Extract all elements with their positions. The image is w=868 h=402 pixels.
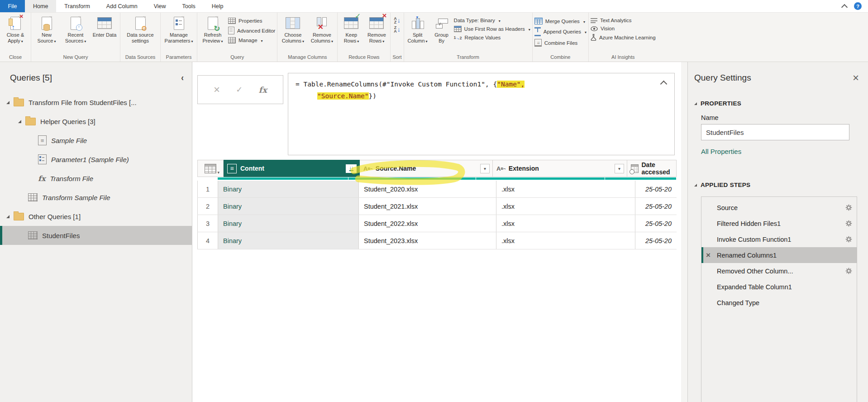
tab-file[interactable]: File	[0, 0, 25, 12]
query-name-input[interactable]	[701, 124, 849, 140]
step-removed-other-columns[interactable]: Removed Other Column...	[701, 263, 857, 279]
step-renamed-columns1[interactable]: × Renamed Columns1	[701, 247, 857, 263]
filter-dropdown-icon[interactable]	[615, 164, 624, 173]
cell-extension[interactable]: .xlsx	[496, 181, 635, 197]
remove-columns-button[interactable]: × Remove Columns	[308, 14, 335, 44]
delete-step-icon[interactable]: ×	[706, 251, 711, 260]
refresh-preview-button[interactable]: ↻ Refresh Preview	[199, 14, 226, 44]
new-source-button[interactable]: New Source	[33, 14, 60, 44]
tab-add-column[interactable]: Add Column	[98, 0, 146, 12]
close-icon[interactable]: ×	[853, 73, 859, 82]
column-header-date-accessed[interactable]: Date accessed	[627, 160, 677, 177]
column-header-content[interactable]: Content	[224, 160, 360, 177]
tab-help[interactable]: Help	[204, 0, 232, 12]
advanced-editor-button[interactable]: Advanced Editor	[228, 27, 275, 34]
query-folder-transform-file[interactable]: Transform File from StudentFiles [...	[0, 93, 192, 112]
cell-content[interactable]: Binary	[218, 181, 359, 197]
step-settings-gear-icon[interactable]	[845, 204, 852, 211]
section-expander-icon[interactable]	[694, 102, 697, 105]
cell-date-accessed[interactable]: 25-05-20	[635, 181, 677, 197]
column-header-source-name[interactable]: Source.Name	[360, 160, 493, 177]
query-folder-other-queries[interactable]: Other Queries [1]	[0, 207, 192, 226]
step-filtered-hidden-files1[interactable]: Filtered Hidden Files1	[701, 215, 857, 231]
choose-columns-button[interactable]: Choose Columns	[279, 14, 306, 44]
query-item-studentfiles[interactable]: StudentFiles	[0, 226, 192, 245]
fx-icon[interactable]: fx	[258, 85, 267, 95]
table-row[interactable]: 3 Binary Student_2022.xlsx .xlsx 25-05-2…	[197, 215, 677, 232]
tab-home[interactable]: Home	[25, 0, 56, 12]
cell-date-accessed[interactable]: 25-05-20	[635, 215, 677, 232]
replace-values-button[interactable]: 1→2 Replace Values	[454, 35, 530, 40]
expander-icon[interactable]	[6, 101, 10, 104]
sort-descending-button[interactable]: Z A↓	[394, 26, 401, 33]
step-expanded-table-column1[interactable]: Expanded Table Column1	[701, 279, 857, 295]
cell-date-accessed[interactable]: 25-05-20	[635, 198, 677, 215]
expander-icon[interactable]	[6, 215, 10, 218]
recent-sources-button[interactable]: Recent Sources	[62, 14, 89, 44]
tab-tools[interactable]: Tools	[174, 0, 204, 12]
applied-steps-section-header[interactable]: APPLIED STEPS	[694, 182, 859, 188]
step-settings-gear-icon[interactable]	[845, 220, 852, 227]
use-first-row-as-headers-button[interactable]: Use First Row as Headers	[454, 26, 530, 32]
cell-extension[interactable]: .xlsx	[496, 198, 635, 215]
query-item-transform-sample-file[interactable]: Transform Sample File	[0, 188, 192, 207]
step-settings-gear-icon[interactable]	[845, 268, 852, 274]
commit-icon[interactable]	[236, 85, 243, 95]
vision-button[interactable]: Vision	[591, 26, 656, 31]
cell-source-name[interactable]: Student_2023.xlsx	[359, 232, 496, 249]
append-queries-button[interactable]: Append Queries	[534, 27, 587, 36]
expander-icon[interactable]	[18, 120, 21, 123]
section-expander-icon[interactable]	[694, 184, 697, 187]
filter-dropdown-icon[interactable]	[480, 164, 490, 173]
cell-date-accessed[interactable]: 25-05-20	[635, 232, 677, 249]
step-settings-gear-icon[interactable]	[845, 236, 852, 243]
select-all-header[interactable]	[197, 160, 224, 177]
help-icon[interactable]: ?	[854, 2, 862, 10]
all-properties-link[interactable]: All Properties	[701, 148, 859, 155]
enter-data-button[interactable]: Enter Data	[91, 14, 118, 38]
close-apply-button[interactable]: ×↑ Close & Apply	[2, 14, 29, 44]
formula-bar[interactable]: = Table.RenameColumns(#"Invoke Custom Fu…	[288, 73, 675, 155]
column-header-extension[interactable]: Extension	[493, 160, 627, 177]
step-changed-type[interactable]: Changed Type	[701, 295, 857, 311]
select-all-icon[interactable]	[205, 164, 216, 173]
properties-section-header[interactable]: PROPERTIES	[694, 100, 859, 107]
table-row[interactable]: 4 Binary Student_2023.xlsx .xlsx 25-05-2…	[197, 232, 677, 249]
table-row[interactable]: 1 Binary Student_2020.xlsx .xlsx 25-05-2…	[197, 181, 677, 198]
group-by-button[interactable]: Group By	[431, 14, 452, 43]
sort-ascending-button[interactable]: A Z↓	[394, 17, 401, 24]
cell-extension[interactable]: .xlsx	[496, 215, 635, 232]
split-column-button[interactable]: ▾ Split Column	[406, 14, 429, 44]
properties-button[interactable]: Properties	[228, 18, 275, 24]
query-item-transform-file-function[interactable]: fx Transform File	[0, 169, 192, 188]
step-source[interactable]: Source	[701, 200, 857, 215]
collapse-queries-pane-icon[interactable]: ‹	[181, 72, 184, 83]
collapse-ribbon-icon[interactable]	[841, 4, 848, 10]
query-item-parameter1[interactable]: Parameter1 (Sample File)	[0, 150, 192, 169]
grid-vertical-scrollbar[interactable]	[681, 62, 688, 402]
expand-column-icon[interactable]	[346, 164, 357, 173]
text-analytics-button[interactable]: Text Analytics	[591, 18, 656, 23]
tab-transform[interactable]: Transform	[56, 0, 98, 12]
query-item-sample-file[interactable]: Sample File	[0, 131, 192, 150]
tab-view[interactable]: View	[146, 0, 174, 12]
remove-rows-button[interactable]: × Remove Rows	[365, 14, 388, 44]
cell-content[interactable]: Binary	[218, 232, 359, 249]
step-invoke-custom-function1[interactable]: Invoke Custom Function1	[701, 231, 857, 247]
combine-files-button[interactable]: ↓↓ Combine Files	[534, 39, 587, 47]
manage-parameters-button[interactable]: Manage Parameters	[162, 14, 195, 44]
manage-button[interactable]: Manage	[228, 37, 275, 43]
cancel-icon[interactable]	[214, 83, 220, 96]
data-type-button[interactable]: Data Type: Binary	[454, 18, 530, 23]
cell-content[interactable]: Binary	[218, 215, 359, 232]
data-source-settings-button[interactable]: ⚙ Data source settings	[122, 14, 158, 43]
keep-rows-button[interactable]: ✓ Keep Rows	[339, 14, 363, 44]
azure-machine-learning-button[interactable]: Azure Machine Learning	[591, 34, 656, 41]
cell-source-name[interactable]: Student_2020.xlsx	[359, 181, 496, 197]
cell-source-name[interactable]: Student_2022.xlsx	[359, 215, 496, 232]
cell-extension[interactable]: .xlsx	[496, 232, 635, 249]
merge-queries-button[interactable]: Merge Queries	[534, 18, 587, 24]
cell-content[interactable]: Binary	[218, 198, 359, 215]
cell-source-name[interactable]: Student_2021.xlsx	[359, 198, 496, 215]
table-row[interactable]: 2 Binary Student_2021.xlsx .xlsx 25-05-2…	[197, 198, 677, 215]
